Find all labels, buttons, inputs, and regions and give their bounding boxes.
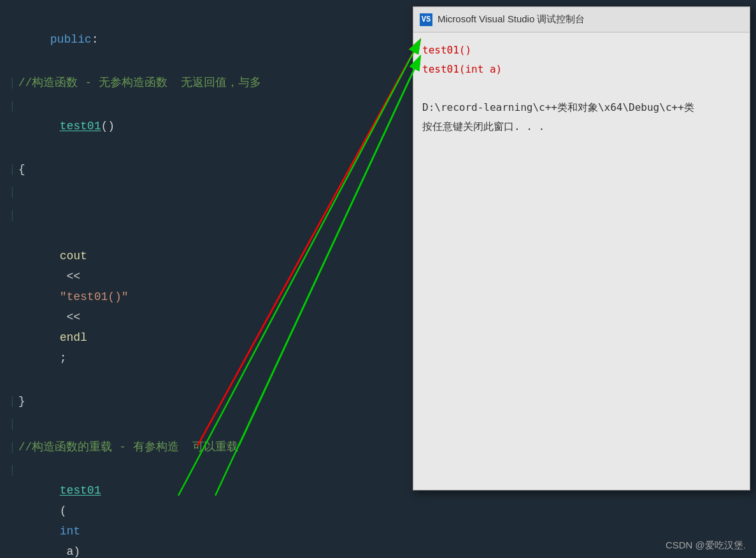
dash-border-9: | [9,460,16,480]
debug-output-empty [422,81,741,96]
watermark-text: CSDN @爱吃汉堡. [666,540,746,550]
debug-output-line-4: 按任意键关闭此窗口. . . [422,119,741,134]
debug-console-title: Microsoft Visual Studio 调试控制台 [438,13,585,25]
dash-border-1: | [9,73,16,93]
dash-border-4: | [9,182,16,203]
dash-border-2: | [9,96,16,116]
dash-border-6: | [9,391,16,411]
dash-border-7: | [9,414,16,434]
debug-output-line-3: D:\record-learning\c++类和对象\x64\Debug\c++… [422,100,741,115]
dash-border-8: | [9,437,16,457]
watermark: CSDN @爱吃汉堡. [666,540,746,552]
debug-titlebar: VS Microsoft Visual Studio 调试控制台 [413,7,750,32]
dash-border-5: | [9,205,16,225]
debug-output-line-1: test01() [422,43,741,58]
vs-icon-label: VS [422,15,431,24]
dash-border-3: | [9,159,16,180]
vs-icon: VS [420,13,432,26]
debug-output-line-2: test01(int a) [422,62,741,77]
debug-console-window: VS Microsoft Visual Studio 调试控制台 test01(… [413,6,750,490]
debug-console-body: test01() test01(int a) D:\record-learnin… [413,32,750,148]
